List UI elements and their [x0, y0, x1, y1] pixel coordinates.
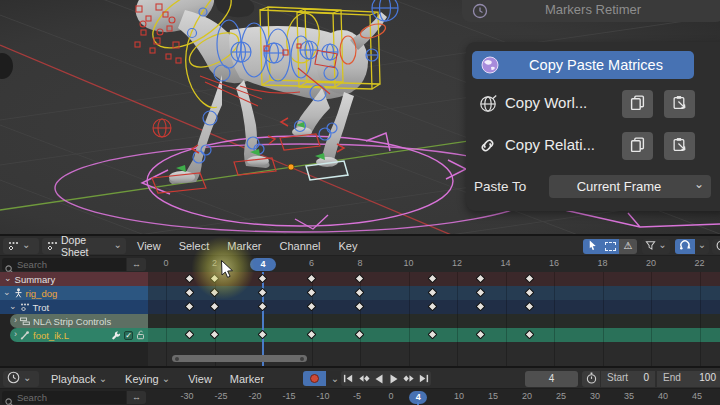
origin-point: [288, 164, 294, 170]
record-icon: [310, 374, 319, 383]
nla-icon: [20, 317, 30, 326]
dope-sheet-frame-ruler[interactable]: 0268101214161820224: [148, 256, 720, 272]
chevron-down-icon: ⌄: [658, 240, 666, 250]
menu-marker[interactable]: Marker: [218, 240, 270, 252]
timeline-editor-type-button[interactable]: ⌄: [3, 371, 39, 387]
channel-name: foot_ik.L: [33, 330, 69, 341]
channel-summary[interactable]: ⌄Summary: [0, 272, 148, 286]
checkbox-checked-icon[interactable]: ✓: [124, 331, 133, 340]
channel-name: Trot: [33, 302, 50, 313]
channel-trot[interactable]: ⌄Trot: [0, 300, 148, 314]
chevron-down-icon[interactable]: ⌄: [9, 301, 17, 311]
markers-retimer-panel-header[interactable]: Markers Retimer: [462, 0, 720, 22]
expand-width-button[interactable]: ↔: [127, 391, 146, 404]
copy-world-paste-button[interactable]: [664, 90, 695, 118]
current-frame-indicator[interactable]: 4: [250, 258, 276, 271]
chevron-down-icon: ⌄: [694, 177, 704, 191]
only-show-selected-toggle[interactable]: [583, 239, 601, 254]
copy-relative-copy-button[interactable]: [622, 132, 653, 160]
scrollbar-handle-left[interactable]: [175, 357, 179, 361]
timeline-editor: ⌄ Playback ⌄Keying ⌄ViewMarker ⌄ 4 Start: [0, 368, 720, 405]
scrollbar-handle-right[interactable]: [300, 357, 304, 361]
show-hidden-toggle[interactable]: [601, 239, 619, 254]
frame-tick-label: 10: [389, 258, 429, 268]
play-button[interactable]: [386, 371, 401, 386]
channel-keys-band[interactable]: [148, 314, 720, 328]
filter-button[interactable]: ⌄: [642, 239, 670, 254]
frame-gridline: [506, 272, 507, 366]
proportional-editing-toggle[interactable]: [712, 239, 720, 254]
copy-paste-matrices-button[interactable]: Copy Paste Matrices: [472, 51, 694, 79]
search-icon: [5, 393, 14, 405]
chevron-right-icon[interactable]: ›: [14, 329, 17, 339]
frame-start-field[interactable]: Start 0: [601, 371, 655, 387]
next-keyframe-icon: [403, 374, 415, 383]
chevron-down-icon[interactable]: ⌄: [4, 273, 12, 283]
frame-tick-label: 0: [371, 391, 411, 401]
blender-window: Markers Retimer Copy Paste Matrices: [0, 0, 720, 405]
dope-sheet-search-input[interactable]: [17, 258, 122, 271]
chevron-down-icon[interactable]: ⌄: [3, 287, 11, 297]
timeline-frame-ruler[interactable]: -30-25-20-15-10-5010152025303540454: [148, 389, 720, 405]
bone-icon: [20, 331, 30, 340]
prev-keyframe-button[interactable]: [356, 371, 371, 386]
next-keyframe-button[interactable]: [401, 371, 416, 386]
dope-sheet-header: ⌄ Dope Sheet ⌄ ViewSelectMarkerChannelKe…: [0, 236, 720, 256]
chevron-right-icon[interactable]: ›: [14, 315, 17, 325]
menu-marker[interactable]: Marker: [221, 373, 273, 385]
timeline-ruler-row: ↔ -30-25-20-15-10-5010152025303540454: [0, 389, 720, 405]
only-show-errors-toggle[interactable]: ⚠: [619, 239, 637, 254]
funnel-icon: [645, 237, 656, 255]
jump-end-button[interactable]: [416, 371, 431, 386]
frame-gridline: [409, 272, 410, 366]
end-value: 100: [699, 372, 716, 383]
frame-tick-label: 0: [146, 258, 186, 268]
editor-type-button[interactable]: ⌄: [3, 238, 39, 254]
channel-foot-ik-l[interactable]: ›foot_ik.L✓: [10, 328, 148, 342]
stopwatch-icon: [586, 372, 597, 386]
menu-keying[interactable]: Keying ⌄: [116, 373, 179, 385]
frame-gridline: [215, 272, 216, 366]
frame-tick-label: 6: [292, 258, 332, 268]
horizontal-scrollbar[interactable]: [172, 355, 307, 362]
start-label: Start: [607, 372, 628, 383]
play-reverse-button[interactable]: [371, 371, 386, 386]
dope-sheet-icon: [7, 237, 19, 255]
dope-sheet-search-box: [2, 258, 126, 271]
menu-key[interactable]: Key: [329, 240, 366, 252]
mode-dropdown[interactable]: Dope Sheet ⌄: [42, 238, 126, 254]
playback-controls: [341, 371, 431, 386]
frame-gridline: [360, 272, 361, 366]
jump-start-button[interactable]: [341, 371, 356, 386]
expand-width-button[interactable]: ↔: [127, 258, 146, 271]
unlock-icon[interactable]: [136, 330, 145, 340]
world-wire-icon: [479, 95, 497, 117]
menu-channel[interactable]: Channel: [270, 240, 329, 252]
dope-sheet-ruler-row: ↔ 0268101214161820224: [0, 256, 720, 272]
copy-world-copy-button[interactable]: [622, 90, 653, 118]
frame-tick-label: 18: [583, 258, 623, 268]
menu-view[interactable]: View: [128, 240, 170, 252]
paste-to-dropdown[interactable]: Current Frame ⌄: [549, 175, 711, 198]
use-preview-range-button[interactable]: [582, 371, 600, 387]
chevron-down-icon: ⌄: [114, 240, 122, 250]
menu-select[interactable]: Select: [170, 240, 219, 252]
3d-viewport[interactable]: Markers Retimer Copy Paste Matrices: [0, 0, 720, 234]
copy-relative-paste-button[interactable]: [664, 132, 695, 160]
snap-icon: [679, 237, 691, 255]
timeline-search-box: [2, 391, 126, 404]
copy-relative-label: Copy Relati...: [505, 136, 595, 153]
menu-playback[interactable]: Playback ⌄: [42, 373, 116, 385]
menu-view[interactable]: View: [179, 373, 221, 385]
auto-keying-record-button[interactable]: [303, 371, 326, 386]
snap-toggle[interactable]: [675, 239, 695, 254]
snap-dropdown[interactable]: ⌄: [695, 239, 709, 254]
dope-sheet-canvas[interactable]: ⌄Summary⌄rig_dog⌄Trot›NLA Strip Controls…: [0, 272, 720, 366]
current-frame-field[interactable]: 4: [525, 371, 578, 387]
playhead-line[interactable]: [262, 272, 264, 366]
wrench-icon[interactable]: [112, 331, 121, 340]
channel-nla-strip-controls[interactable]: ›NLA Strip Controls: [10, 314, 148, 328]
channel-rig-dog[interactable]: ⌄rig_dog: [0, 286, 148, 300]
timeline-search-input[interactable]: [17, 391, 122, 404]
frame-end-field[interactable]: End 100: [657, 371, 720, 387]
